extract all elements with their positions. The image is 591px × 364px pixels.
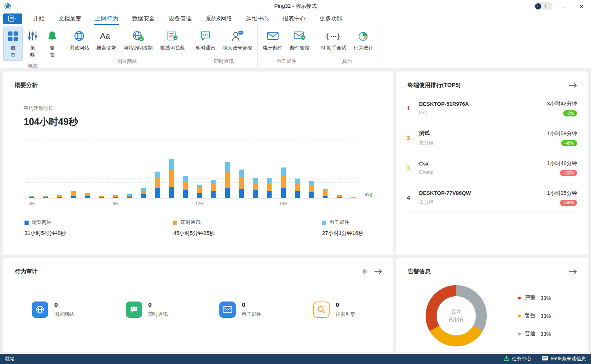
chart-bar: [337, 195, 342, 196]
chart-bar: [225, 162, 230, 172]
menu-tab-7[interactable]: 运维中心: [239, 12, 276, 25]
svg-text:{: {: [326, 32, 329, 40]
ribbon-button[interactable]: 敏感词拦截: [156, 27, 188, 56]
audit-more-arrow-icon[interactable]: [374, 269, 382, 274]
doc-shield-icon: [167, 29, 178, 43]
legend-dot: [518, 315, 521, 317]
ribbon-button[interactable]: 行为统计: [350, 27, 377, 56]
audit-card: 行为审计 ⚙ 0浏览网站0即时通讯0电子邮件0搜索引擎: [3, 258, 393, 352]
chart-bar: [141, 194, 146, 198]
task-center-button[interactable]: 任务中心: [504, 355, 531, 362]
chart-bar: [99, 196, 104, 197]
chart-bar: [211, 180, 216, 184]
x-axis-tick-label: 0H: [29, 201, 34, 206]
menu-tab-3[interactable]: 上网行为: [88, 12, 125, 25]
chart-bar: [29, 197, 34, 197]
chart-bar: [141, 191, 146, 194]
alerts-card: 告警信息 总计 6046 严重33%警告33%普通33%: [396, 258, 588, 352]
ribbon-button[interactable]: Aa搜索引擎: [93, 27, 120, 56]
chart-bar: [323, 190, 328, 196]
menu-tab-2[interactable]: 文档加密: [51, 12, 88, 25]
top-usage-row[interactable]: 2测试未分组1小时58分钟-48%: [407, 123, 577, 153]
ribbon-button[interactable]: 网站访问控制: [120, 27, 156, 56]
app-menu-button[interactable]: [3, 13, 22, 24]
minimize-button[interactable]: –: [559, 3, 570, 10]
svg-text:Aa: Aa: [100, 31, 110, 40]
audit-item[interactable]: 0即时通讯: [126, 301, 168, 318]
chart-plot-area: 0H6H12H18H: [25, 141, 360, 199]
chart-bar: [85, 196, 90, 198]
ribbon-button[interactable]: 概览: [3, 27, 23, 61]
chart-bar: [141, 188, 146, 191]
chart-bar: [57, 196, 62, 197]
ribbon-button[interactable]: 邮件管控: [286, 27, 313, 56]
close-button[interactable]: ×: [576, 3, 587, 10]
chart-bar: [57, 197, 62, 198]
chart-legend: 浏览网站31小时54分钟8秒即时通讯45小时5分钟25秒电子邮件27小时1分钟1…: [25, 219, 364, 237]
ribbon-button[interactable]: 告警: [42, 27, 62, 61]
top-usage-title: 终端使用排行(TOP5): [408, 82, 461, 89]
chart-bar: [155, 188, 160, 198]
avg-activity-value: 104小时49秒: [24, 116, 393, 128]
audit-settings-gear-icon[interactable]: ⚙: [362, 268, 368, 275]
menubar: 开始文档加密上网行为数据安全设备管理系统&网络运维中心报表中心更多功能: [0, 12, 591, 25]
ribbon-button[interactable]: {}AI 助手会话: [317, 27, 350, 56]
menu-tab-9[interactable]: 更多功能: [312, 12, 349, 25]
audit-item[interactable]: 0搜索引擎: [313, 301, 355, 318]
menu-tab-5[interactable]: 设备管理: [162, 12, 198, 25]
mail-icon: [267, 29, 279, 43]
chart-bar: [253, 178, 258, 183]
audit-item[interactable]: 0电子邮件: [219, 301, 261, 318]
chart-bar: [309, 185, 314, 192]
chart-bar: [239, 177, 244, 189]
unread-messages-button[interactable]: 8698条未读信息: [542, 355, 586, 362]
ribbon-button[interactable]: 电子邮件: [259, 27, 286, 56]
chart-bar: [197, 193, 202, 198]
menu-tab-4[interactable]: 数据安全: [125, 12, 162, 25]
menu-tab-6[interactable]: 系统&网络: [198, 12, 239, 25]
chart-bar: [267, 178, 272, 183]
ribbon-button[interactable]: 浏览网站: [66, 27, 93, 56]
chart-bar: [43, 197, 48, 198]
chart-bar: [323, 189, 328, 190]
sun-icon: ☀: [543, 4, 548, 9]
audit-item[interactable]: 0浏览网站: [32, 301, 74, 318]
window-title: Ping32 - 演示模式: [0, 2, 591, 10]
theme-toggle[interactable]: ☾ ☀: [534, 2, 553, 10]
alerts-legend: 严重33%警告33%普通33%: [518, 284, 551, 348]
legend-color-swatch: [173, 221, 177, 225]
legend-dot: [518, 297, 521, 299]
chart-bar: [351, 197, 356, 198]
status-ready-text: 就绪: [5, 355, 15, 362]
alerts-total-value: 6046: [449, 317, 464, 324]
avg-activity-stat: 平均活动时长 104小时49秒: [3, 105, 393, 128]
chart-bar: [211, 184, 216, 191]
top-usage-row[interactable]: 4DESKTOP-77V86QW未分组1小时25分钟+55%: [407, 183, 577, 213]
menu-tab-8[interactable]: 报表中心: [276, 12, 312, 25]
ribbon-group-label: 浏览网站: [66, 56, 188, 68]
x-axis-tick-label: 12H: [195, 201, 203, 206]
ribbon-group-2: 浏览网站Aa搜索引擎网站访问控制敏感词拦截浏览网站: [64, 25, 190, 68]
ribbon-button[interactable]: 策略: [23, 27, 42, 61]
chart-bar: [309, 192, 314, 198]
menu-tab-1[interactable]: 开始: [26, 12, 51, 25]
summary-card: 概要分析 平均活动时长 104小时49秒 0H6H12H18H avg 浏览网站…: [3, 71, 393, 255]
chart-bar: [71, 192, 76, 196]
alerts-more-arrow-icon[interactable]: [569, 269, 577, 274]
chart-bar: [267, 183, 272, 191]
app-logo-icon: [4, 3, 11, 10]
ribbon-button[interactable]: 聊天账号管控: [219, 27, 256, 56]
change-badge: -2%: [563, 110, 577, 116]
top-usage-row[interactable]: 1DESKTOP-51R976Atest3小时42分钟-2%: [407, 94, 577, 123]
chart-bar: [295, 179, 300, 183]
ribbon-button[interactable]: 即时通讯: [192, 27, 219, 56]
chart-bar: [183, 176, 188, 181]
change-badge: +55%: [560, 200, 577, 206]
top-usage-more-arrow-icon[interactable]: [569, 83, 577, 88]
alerts-donut-chart: 总计 6046: [426, 285, 487, 346]
chart-bar: [309, 181, 314, 185]
chart-bar: [351, 198, 356, 198]
top-usage-row[interactable]: 3CsxCheng1小时46分钟+22%: [407, 153, 577, 183]
globe-icon: [74, 29, 85, 43]
alert-legend-item: 严重33%: [518, 294, 551, 301]
